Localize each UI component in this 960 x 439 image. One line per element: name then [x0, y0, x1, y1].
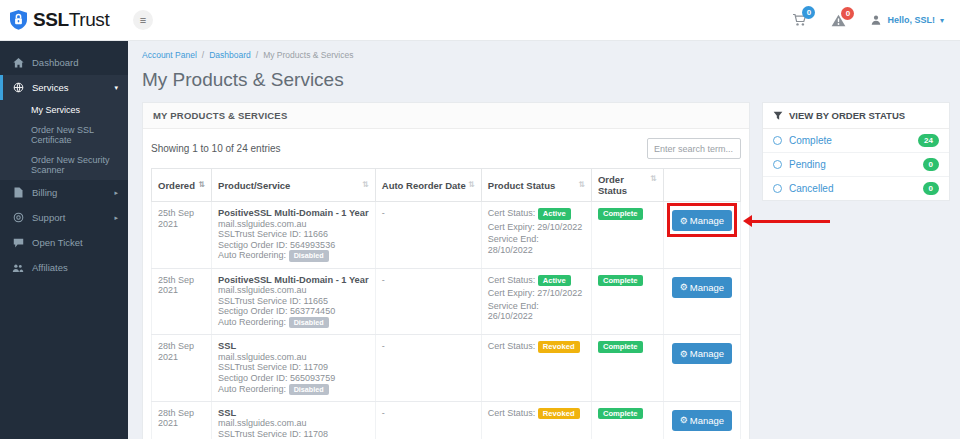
alerts-button[interactable]: 0	[831, 14, 846, 27]
sidebar-item-my-services[interactable]: My Services	[0, 100, 128, 120]
sidebar-group-services: Services ▾ My Services Order New SSL Cer…	[0, 75, 128, 180]
gear-icon: ⚙	[680, 415, 688, 425]
order-status-cell: Complete	[591, 335, 663, 402]
caret-down-icon: ▾	[940, 16, 944, 25]
manage-cell: ⚙Manage	[663, 335, 740, 402]
manage-button[interactable]: ⚙Manage	[672, 343, 732, 364]
disabled-badge: Disabled	[289, 250, 329, 261]
column-auto-reorder-date[interactable]: ⇅Auto Reorder Date	[375, 169, 481, 202]
filter-item-pending[interactable]: Pending 0	[763, 153, 949, 177]
sort-icon[interactable]: ⇅	[650, 174, 657, 183]
user-menu[interactable]: Hello, SSL! ▾	[870, 14, 944, 26]
product-domain: mail.sslguides.com.au	[218, 285, 369, 296]
manage-button[interactable]: ⚙Manage	[672, 277, 732, 298]
sort-icon[interactable]: ⇅	[578, 180, 585, 189]
sidebar-item-order-ssl-certificate[interactable]: Order New SSL Certificate	[0, 120, 128, 150]
brand-logo[interactable]: SSLTrust	[0, 9, 125, 31]
life-ring-icon	[12, 212, 24, 223]
order-status-badge: Complete	[598, 208, 643, 220]
auto-reorder-date-cell: -	[375, 335, 481, 402]
table-row: 25th Sep 2021 PositiveSSL Multi-Domain -…	[152, 202, 741, 269]
radio-circle-icon	[773, 136, 782, 145]
manage-button[interactable]: ⚙Manage	[672, 410, 732, 431]
sectigo-order-id: Sectigo Order ID: 563774450	[218, 306, 369, 317]
disabled-badge: Disabled	[289, 317, 329, 328]
users-icon	[12, 263, 24, 273]
product-cell: SSL mail.sslguides.com.au SSLTrust Servi…	[212, 401, 376, 439]
breadcrumb-separator: /	[202, 50, 204, 60]
table-row: 28th Sep 2021 SSL mail.sslguides.com.au …	[152, 401, 741, 439]
sidebar-item-support[interactable]: Support ▸	[0, 205, 128, 230]
cart-button[interactable]: 0	[792, 13, 807, 27]
product-status-cell: Cert Status: Active Cert Expiry: 29/10/2…	[481, 202, 591, 269]
sectigo-order-id: Sectigo Order ID: 564993536	[218, 240, 369, 251]
products-services-card: MY PRODUCTS & SERVICES Showing 1 to 10 o…	[142, 102, 750, 439]
sort-icon[interactable]: ⇅	[198, 180, 205, 189]
column-product-service[interactable]: ⇅Product/Service	[212, 169, 376, 202]
disabled-badge: Disabled	[289, 384, 329, 395]
manage-button[interactable]: ⚙Manage	[672, 210, 732, 231]
sidebar-item-affiliates[interactable]: Affiliates	[0, 255, 128, 280]
sidebar-item-open-ticket[interactable]: Open Ticket	[0, 230, 128, 255]
sidebar-item-order-security-scanner[interactable]: Order New Security Scanner	[0, 150, 128, 180]
auto-reorder-date-cell: -	[375, 401, 481, 439]
globe-icon	[12, 82, 24, 93]
user-greeting: Hello, SSL!	[887, 15, 935, 25]
user-icon	[870, 14, 882, 26]
sidebar-item-dashboard[interactable]: Dashboard	[0, 50, 128, 75]
sort-icon[interactable]: ⇅	[468, 180, 475, 189]
filter-funnel-icon	[773, 111, 783, 121]
ordered-cell: 28th Sep 2021	[152, 401, 212, 439]
ordered-cell: 28th Sep 2021	[152, 335, 212, 402]
service-id: SSLTrust Service ID: 11666	[218, 229, 369, 240]
brand-name: SSLTrust	[33, 9, 109, 31]
product-domain: mail.sslguides.com.au	[218, 352, 369, 363]
cert-status-badge: Active	[538, 208, 571, 220]
hamburger-icon: ≡	[140, 14, 146, 26]
auto-reordering: Auto Reordering: Disabled	[218, 250, 369, 261]
search-input[interactable]	[647, 138, 741, 159]
product-name: PositiveSSL Multi-Domain - 1 Year	[218, 208, 369, 219]
sectigo-order-id: Sectigo Order ID: 565093759	[218, 373, 369, 384]
product-name: PositiveSSL Multi-Domain - 1 Year	[218, 275, 369, 286]
filter-item-cancelled[interactable]: Cancelled 0	[763, 177, 949, 200]
cert-status-badge: Active	[538, 275, 571, 287]
breadcrumb-dashboard[interactable]: Dashboard	[209, 50, 251, 60]
sort-icon[interactable]: ⇅	[362, 180, 369, 189]
ordered-cell: 25th Sep 2021	[152, 202, 212, 269]
sidebar-item-billing[interactable]: Billing ▸	[0, 180, 128, 205]
service-id: SSLTrust Service ID: 11709	[218, 362, 369, 373]
product-cell: SSL mail.sslguides.com.au SSLTrust Servi…	[212, 335, 376, 402]
order-status-cell: Complete	[591, 202, 663, 269]
column-product-status[interactable]: ⇅Product Status	[481, 169, 591, 202]
sidebar: Dashboard Services ▾ My Services Order N…	[0, 41, 128, 439]
breadcrumb: Account Panel / Dashboard / My Products …	[142, 50, 950, 60]
product-status-cell: Cert Status: Active Cert Expiry: 27/10/2…	[481, 268, 591, 335]
chevron-right-icon: ▸	[114, 189, 118, 197]
auto-reorder-date-cell: -	[375, 202, 481, 269]
column-ordered[interactable]: ⇅Ordered	[152, 169, 212, 202]
order-status-cell: Complete	[591, 401, 663, 439]
count-badge: 0	[923, 182, 939, 195]
order-status-filter-panel: VIEW BY ORDER STATUS Complete 24 Pending…	[762, 102, 950, 201]
home-icon	[12, 58, 24, 68]
topbar-actions: 0 0 Hello,	[792, 13, 960, 27]
annotation-arrow	[752, 220, 830, 223]
cert-expiry: Cert Expiry: 29/10/2022	[488, 222, 585, 233]
page-title: My Products & Services	[142, 69, 950, 91]
screen: SSLTrust ≡ 0	[0, 0, 960, 439]
gear-icon: ⚙	[680, 349, 688, 359]
product-cell: PositiveSSL Multi-Domain - 1 Year mail.s…	[212, 202, 376, 269]
sidebar-item-services[interactable]: Services ▾	[0, 75, 128, 100]
order-status-badge: Complete	[598, 408, 643, 420]
gear-icon: ⚙	[680, 282, 688, 292]
sidebar-toggle-button[interactable]: ≡	[133, 10, 153, 30]
cart-count-badge: 0	[802, 6, 815, 19]
breadcrumb-account-panel[interactable]: Account Panel	[142, 50, 197, 60]
auto-reordering: Auto Reordering: Disabled	[218, 384, 369, 395]
filter-item-complete[interactable]: Complete 24	[763, 129, 949, 153]
count-badge: 24	[918, 134, 939, 147]
filter-panel-header: VIEW BY ORDER STATUS	[763, 103, 949, 129]
column-order-status[interactable]: ⇅Order Status	[591, 169, 663, 202]
product-name: SSL	[218, 408, 369, 419]
